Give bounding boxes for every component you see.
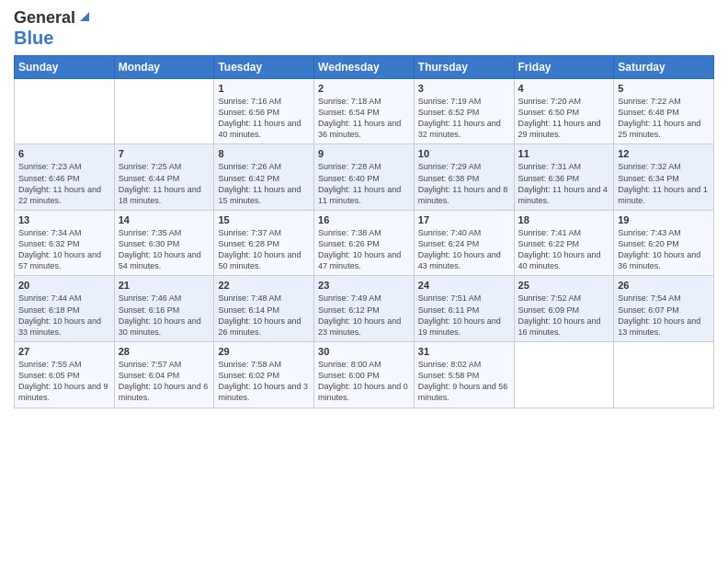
day-number: 18 [518,214,610,225]
calendar-cell: 29Sunrise: 7:58 AM Sunset: 6:02 PM Dayli… [214,342,314,408]
calendar-cell: 20Sunrise: 7:44 AM Sunset: 6:18 PM Dayli… [15,276,115,342]
calendar-cell: 26Sunrise: 7:54 AM Sunset: 6:07 PM Dayli… [614,276,714,342]
day-number: 20 [18,280,110,291]
header-saturday: Saturday [614,55,714,78]
cell-content: Sunrise: 7:48 AM Sunset: 6:14 PM Dayligh… [218,293,310,338]
header-tuesday: Tuesday [214,55,314,78]
calendar-cell: 7Sunrise: 7:25 AM Sunset: 6:44 PM Daylig… [114,144,214,211]
cell-content: Sunrise: 7:35 AM Sunset: 6:30 PM Dayligh… [119,227,210,272]
calendar-cell: 12Sunrise: 7:32 AM Sunset: 6:34 PM Dayli… [614,144,714,211]
calendar-cell: 10Sunrise: 7:29 AM Sunset: 6:38 PM Dayli… [414,144,514,211]
cell-content: Sunrise: 7:51 AM Sunset: 6:11 PM Dayligh… [418,293,510,338]
calendar-cell: 24Sunrise: 7:51 AM Sunset: 6:11 PM Dayli… [414,276,514,342]
logo: General Blue [14,9,93,48]
day-number: 25 [518,280,610,291]
cell-content: Sunrise: 7:52 AM Sunset: 6:09 PM Dayligh… [518,293,610,338]
day-number: 2 [318,83,410,94]
day-number: 7 [119,148,210,159]
day-number: 10 [418,148,510,159]
day-number: 26 [618,280,710,291]
day-number: 16 [318,214,410,225]
calendar-cell: 13Sunrise: 7:34 AM Sunset: 6:32 PM Dayli… [15,210,115,276]
calendar-cell: 31Sunrise: 8:02 AM Sunset: 5:58 PM Dayli… [414,342,514,408]
day-number: 3 [418,83,510,94]
calendar-table: SundayMondayTuesdayWednesdayThursdayFrid… [14,55,714,408]
calendar-cell: 2Sunrise: 7:18 AM Sunset: 6:54 PM Daylig… [314,78,415,144]
cell-content: Sunrise: 7:22 AM Sunset: 6:48 PM Dayligh… [618,96,710,141]
calendar-week-3: 13Sunrise: 7:34 AM Sunset: 6:32 PM Dayli… [15,210,714,276]
cell-content: Sunrise: 8:00 AM Sunset: 6:00 PM Dayligh… [318,359,410,404]
header-thursday: Thursday [414,55,514,78]
cell-content: Sunrise: 7:29 AM Sunset: 6:38 PM Dayligh… [418,161,510,206]
cell-content: Sunrise: 7:31 AM Sunset: 6:36 PM Dayligh… [518,161,610,206]
calendar-cell: 19Sunrise: 7:43 AM Sunset: 6:20 PM Dayli… [614,210,714,276]
cell-content: Sunrise: 7:16 AM Sunset: 6:56 PM Dayligh… [218,96,310,141]
day-number: 27 [18,346,110,357]
calendar-cell: 18Sunrise: 7:41 AM Sunset: 6:22 PM Dayli… [514,210,614,276]
day-number: 4 [518,83,610,94]
day-number: 21 [119,280,210,291]
day-number: 8 [218,148,310,159]
day-number: 9 [318,148,410,159]
day-number: 15 [218,214,310,225]
cell-content: Sunrise: 7:46 AM Sunset: 6:16 PM Dayligh… [119,293,210,338]
header-sunday: Sunday [15,55,115,78]
day-number: 13 [18,214,110,225]
day-number: 30 [318,346,410,357]
cell-content: Sunrise: 7:32 AM Sunset: 6:34 PM Dayligh… [618,161,710,206]
day-number: 23 [318,280,410,291]
cell-content: Sunrise: 7:23 AM Sunset: 6:46 PM Dayligh… [18,161,110,206]
page-header: General Blue [14,9,714,48]
cell-content: Sunrise: 7:41 AM Sunset: 6:22 PM Dayligh… [518,227,610,272]
calendar-cell: 16Sunrise: 7:38 AM Sunset: 6:26 PM Dayli… [314,210,415,276]
cell-content: Sunrise: 7:28 AM Sunset: 6:40 PM Dayligh… [318,161,410,206]
header-monday: Monday [114,55,214,78]
calendar-week-4: 20Sunrise: 7:44 AM Sunset: 6:18 PM Dayli… [15,276,714,342]
cell-content: Sunrise: 7:49 AM Sunset: 6:12 PM Dayligh… [318,293,410,338]
cell-content: Sunrise: 7:34 AM Sunset: 6:32 PM Dayligh… [18,227,110,272]
calendar-cell [114,78,214,144]
svg-marker-0 [80,12,89,21]
logo-general: General [14,9,75,28]
cell-content: Sunrise: 7:57 AM Sunset: 6:04 PM Dayligh… [119,359,210,404]
day-number: 14 [119,214,210,225]
calendar-cell [514,342,614,408]
calendar-cell: 4Sunrise: 7:20 AM Sunset: 6:50 PM Daylig… [514,78,614,144]
calendar-cell: 28Sunrise: 7:57 AM Sunset: 6:04 PM Dayli… [114,342,214,408]
cell-content: Sunrise: 7:58 AM Sunset: 6:02 PM Dayligh… [218,359,310,404]
calendar-cell: 9Sunrise: 7:28 AM Sunset: 6:40 PM Daylig… [314,144,415,211]
calendar-cell: 23Sunrise: 7:49 AM Sunset: 6:12 PM Dayli… [314,276,415,342]
calendar-cell: 15Sunrise: 7:37 AM Sunset: 6:28 PM Dayli… [214,210,314,276]
calendar-cell: 27Sunrise: 7:55 AM Sunset: 6:05 PM Dayli… [15,342,115,408]
day-number: 29 [218,346,310,357]
logo-arrow-icon [76,8,93,25]
header-wednesday: Wednesday [314,55,415,78]
cell-content: Sunrise: 7:25 AM Sunset: 6:44 PM Dayligh… [119,161,210,206]
calendar-cell: 8Sunrise: 7:26 AM Sunset: 6:42 PM Daylig… [214,144,314,211]
day-number: 5 [618,83,710,94]
cell-content: Sunrise: 7:37 AM Sunset: 6:28 PM Dayligh… [218,227,310,272]
day-number: 1 [218,83,310,94]
cell-content: Sunrise: 7:38 AM Sunset: 6:26 PM Dayligh… [318,227,410,272]
calendar-week-5: 27Sunrise: 7:55 AM Sunset: 6:05 PM Dayli… [15,342,714,408]
day-number: 12 [618,148,710,159]
calendar-cell: 25Sunrise: 7:52 AM Sunset: 6:09 PM Dayli… [514,276,614,342]
calendar-cell: 14Sunrise: 7:35 AM Sunset: 6:30 PM Dayli… [114,210,214,276]
calendar-week-2: 6Sunrise: 7:23 AM Sunset: 6:46 PM Daylig… [15,144,714,211]
calendar-cell: 30Sunrise: 8:00 AM Sunset: 6:00 PM Dayli… [314,342,415,408]
calendar-cell [15,78,115,144]
cell-content: Sunrise: 7:54 AM Sunset: 6:07 PM Dayligh… [618,293,710,338]
cell-content: Sunrise: 7:20 AM Sunset: 6:50 PM Dayligh… [518,96,610,141]
day-number: 31 [418,346,510,357]
day-number: 24 [418,280,510,291]
calendar-cell [614,342,714,408]
cell-content: Sunrise: 7:55 AM Sunset: 6:05 PM Dayligh… [18,359,110,404]
day-number: 6 [18,148,110,159]
cell-content: Sunrise: 7:40 AM Sunset: 6:24 PM Dayligh… [418,227,510,272]
cell-content: Sunrise: 7:19 AM Sunset: 6:52 PM Dayligh… [418,96,510,141]
cell-content: Sunrise: 7:18 AM Sunset: 6:54 PM Dayligh… [318,96,410,141]
cell-content: Sunrise: 7:43 AM Sunset: 6:20 PM Dayligh… [618,227,710,272]
calendar-cell: 6Sunrise: 7:23 AM Sunset: 6:46 PM Daylig… [15,144,115,211]
logo-blue: Blue [14,28,53,48]
day-number: 11 [518,148,610,159]
